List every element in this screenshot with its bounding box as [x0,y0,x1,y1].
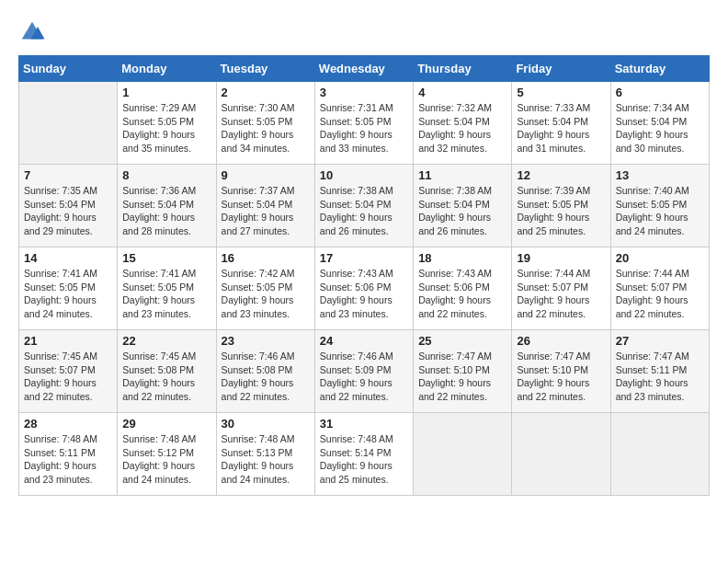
day-info: Sunrise: 7:41 AMSunset: 5:05 PMDaylight:… [24,267,112,321]
day-number: 1 [122,86,210,99]
day-cell: 19Sunrise: 7:44 AMSunset: 5:07 PMDayligh… [512,247,610,330]
day-cell: 8Sunrise: 7:36 AMSunset: 5:04 PMDaylight… [118,165,216,247]
day-info: Sunrise: 7:48 AMSunset: 5:13 PMDaylight:… [222,432,310,487]
day-cell: 7Sunrise: 7:35 AMSunset: 5:04 PMDaylight… [19,165,118,247]
day-cell: 20Sunrise: 7:44 AMSunset: 5:07 PMDayligh… [610,247,709,330]
logo-icon [18,18,46,46]
day-info: Sunrise: 7:48 AMSunset: 5:14 PMDaylight:… [320,432,408,487]
day-cell: 21Sunrise: 7:45 AMSunset: 5:07 PMDayligh… [19,330,118,413]
day-cell [610,413,709,496]
day-cell: 3Sunrise: 7:31 AMSunset: 5:05 PMDaylight… [314,82,413,165]
day-cell: 6Sunrise: 7:34 AMSunset: 5:04 PMDaylight… [610,82,709,165]
day-number: 27 [616,334,704,348]
day-number: 30 [222,417,310,431]
day-cell: 15Sunrise: 7:41 AMSunset: 5:05 PMDayligh… [118,247,216,330]
day-number: 8 [122,168,210,182]
day-cell: 13Sunrise: 7:40 AMSunset: 5:05 PMDayligh… [610,165,709,247]
week-row-2: 7Sunrise: 7:35 AMSunset: 5:04 PMDaylight… [19,165,710,247]
day-number: 7 [24,168,112,182]
day-cell: 30Sunrise: 7:48 AMSunset: 5:13 PMDayligh… [216,413,314,496]
day-cell: 9Sunrise: 7:37 AMSunset: 5:04 PMDaylight… [216,165,314,247]
day-number: 6 [616,86,704,99]
header-cell-friday: Friday [512,56,610,82]
day-info: Sunrise: 7:34 AMSunset: 5:04 PMDaylight:… [616,101,704,155]
calendar-table: SundayMondayTuesdayWednesdayThursdayFrid… [18,55,710,496]
day-info: Sunrise: 7:35 AMSunset: 5:04 PMDaylight:… [24,184,112,238]
day-number: 25 [418,334,506,348]
day-cell: 17Sunrise: 7:43 AMSunset: 5:06 PMDayligh… [314,247,413,330]
day-number: 24 [320,334,408,348]
day-info: Sunrise: 7:38 AMSunset: 5:04 PMDaylight:… [418,184,506,238]
day-info: Sunrise: 7:29 AMSunset: 5:05 PMDaylight:… [122,101,210,155]
day-number: 28 [24,417,112,431]
day-number: 21 [24,334,112,348]
week-row-3: 14Sunrise: 7:41 AMSunset: 5:05 PMDayligh… [19,247,710,330]
day-cell: 2Sunrise: 7:30 AMSunset: 5:05 PMDaylight… [216,82,314,165]
day-cell: 14Sunrise: 7:41 AMSunset: 5:05 PMDayligh… [19,247,118,330]
day-cell: 26Sunrise: 7:47 AMSunset: 5:10 PMDayligh… [512,330,610,413]
day-number: 26 [517,334,605,348]
day-number: 10 [320,168,408,182]
day-number: 23 [222,334,310,348]
day-number: 11 [418,168,506,182]
header-cell-sunday: Sunday [19,56,118,82]
day-number: 3 [320,86,408,99]
day-info: Sunrise: 7:33 AMSunset: 5:04 PMDaylight:… [517,101,605,155]
day-number: 22 [122,334,210,348]
day-cell: 18Sunrise: 7:43 AMSunset: 5:06 PMDayligh… [414,247,512,330]
day-info: Sunrise: 7:40 AMSunset: 5:05 PMDaylight:… [616,184,704,238]
week-row-4: 21Sunrise: 7:45 AMSunset: 5:07 PMDayligh… [19,330,710,413]
day-info: Sunrise: 7:46 AMSunset: 5:09 PMDaylight:… [320,350,408,404]
calendar-body: 1Sunrise: 7:29 AMSunset: 5:05 PMDaylight… [19,82,710,496]
day-info: Sunrise: 7:43 AMSunset: 5:06 PMDaylight:… [320,267,408,321]
day-number: 13 [616,168,704,182]
header [18,18,710,46]
day-info: Sunrise: 7:36 AMSunset: 5:04 PMDaylight:… [122,184,210,238]
day-cell: 10Sunrise: 7:38 AMSunset: 5:04 PMDayligh… [314,165,413,247]
day-info: Sunrise: 7:32 AMSunset: 5:04 PMDaylight:… [418,101,506,155]
calendar-header: SundayMondayTuesdayWednesdayThursdayFrid… [19,56,710,82]
header-cell-wednesday: Wednesday [314,56,413,82]
day-info: Sunrise: 7:46 AMSunset: 5:08 PMDaylight:… [222,350,310,404]
day-info: Sunrise: 7:48 AMSunset: 5:11 PMDaylight:… [24,432,112,487]
day-cell: 1Sunrise: 7:29 AMSunset: 5:05 PMDaylight… [118,82,216,165]
day-info: Sunrise: 7:45 AMSunset: 5:08 PMDaylight:… [122,350,210,404]
header-cell-monday: Monday [118,56,216,82]
day-cell: 31Sunrise: 7:48 AMSunset: 5:14 PMDayligh… [314,413,413,496]
day-info: Sunrise: 7:47 AMSunset: 5:10 PMDaylight:… [517,350,605,404]
logo [18,18,50,46]
day-number: 4 [418,86,506,99]
day-cell [414,413,512,496]
day-number: 31 [320,417,408,431]
day-cell: 24Sunrise: 7:46 AMSunset: 5:09 PMDayligh… [314,330,413,413]
day-number: 18 [418,251,506,265]
day-cell: 5Sunrise: 7:33 AMSunset: 5:04 PMDaylight… [512,82,610,165]
day-info: Sunrise: 7:47 AMSunset: 5:10 PMDaylight:… [418,350,506,404]
day-cell: 12Sunrise: 7:39 AMSunset: 5:05 PMDayligh… [512,165,610,247]
day-info: Sunrise: 7:48 AMSunset: 5:12 PMDaylight:… [122,432,210,487]
day-cell: 28Sunrise: 7:48 AMSunset: 5:11 PMDayligh… [19,413,118,496]
day-number: 29 [122,417,210,431]
day-info: Sunrise: 7:43 AMSunset: 5:06 PMDaylight:… [418,267,506,321]
day-number: 5 [517,86,605,99]
day-number: 15 [122,251,210,265]
day-info: Sunrise: 7:44 AMSunset: 5:07 PMDaylight:… [616,267,704,321]
day-cell: 4Sunrise: 7:32 AMSunset: 5:04 PMDaylight… [414,82,512,165]
day-cell: 16Sunrise: 7:42 AMSunset: 5:05 PMDayligh… [216,247,314,330]
day-info: Sunrise: 7:38 AMSunset: 5:04 PMDaylight:… [320,184,408,238]
day-info: Sunrise: 7:41 AMSunset: 5:05 PMDaylight:… [122,267,210,321]
day-number: 16 [222,251,310,265]
day-info: Sunrise: 7:44 AMSunset: 5:07 PMDaylight:… [517,267,605,321]
day-info: Sunrise: 7:31 AMSunset: 5:05 PMDaylight:… [320,101,408,155]
day-number: 12 [517,168,605,182]
header-cell-tuesday: Tuesday [216,56,314,82]
header-cell-thursday: Thursday [414,56,512,82]
week-row-1: 1Sunrise: 7:29 AMSunset: 5:05 PMDaylight… [19,82,710,165]
day-info: Sunrise: 7:47 AMSunset: 5:11 PMDaylight:… [616,350,704,404]
day-number: 9 [222,168,310,182]
day-number: 2 [222,86,310,99]
day-info: Sunrise: 7:30 AMSunset: 5:05 PMDaylight:… [222,101,310,155]
header-cell-saturday: Saturday [610,56,709,82]
day-cell [512,413,610,496]
header-row: SundayMondayTuesdayWednesdayThursdayFrid… [19,56,710,82]
